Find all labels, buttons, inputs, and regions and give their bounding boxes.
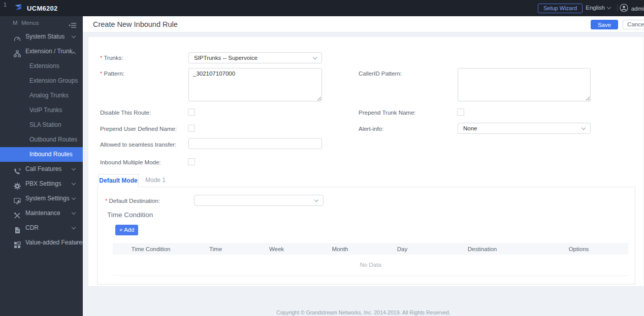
- chevron-down-icon: [72, 210, 76, 215]
- sidebar-item-extension-groups[interactable]: Extension Groups: [0, 74, 83, 88]
- grid-icon: [14, 239, 21, 247]
- sidebar-item-extensions[interactable]: Extensions: [0, 59, 83, 74]
- sidebar-item-maintenance[interactable]: Maintenance: [0, 206, 83, 221]
- topbar-divider: [617, 5, 618, 12]
- brand-name: UCM6202: [27, 5, 58, 12]
- callerid-pattern-label: CallerID Pattern:: [359, 71, 402, 77]
- sidebar-item-pbx-settings[interactable]: PBX Settings: [0, 177, 83, 191]
- page-header: Create New Inbound Rule Save Cancel: [83, 16, 644, 32]
- tab-mode-1[interactable]: Mode 1: [139, 174, 172, 187]
- column-header: Week: [242, 246, 311, 252]
- username: admin: [631, 6, 644, 12]
- chevron-down-icon: [72, 225, 76, 229]
- phone-icon: [14, 166, 21, 173]
- time-condition-heading: Time Condition: [107, 211, 153, 219]
- chevron-down-icon: [72, 196, 76, 200]
- seamless-transfer-input[interactable]: [188, 138, 322, 149]
- avatar-icon: [620, 4, 628, 13]
- add-time-condition-button[interactable]: + Add: [115, 225, 138, 235]
- column-header: Month: [311, 246, 369, 252]
- sidebar-nav: System Status Extension / Trunk Extensio…: [0, 29, 83, 250]
- tab-default-mode[interactable]: Default Mode: [98, 174, 139, 187]
- sidebar-item-cdr[interactable]: CDR: [0, 221, 83, 235]
- column-header: Time: [189, 246, 242, 252]
- trunks-label: *Trunks:: [100, 55, 123, 61]
- sitemap-icon: [14, 48, 21, 55]
- trunks-select-value: SIPTrunks -- Supervoice: [194, 55, 257, 61]
- page-title: Create New Inbound Rule: [93, 20, 178, 28]
- column-header: Options: [529, 246, 628, 252]
- chevron-down-icon: [607, 5, 611, 9]
- save-button[interactable]: Save: [591, 20, 618, 29]
- chevron-down-icon: [72, 181, 76, 185]
- chevron-down-icon: [313, 55, 317, 59]
- sidebar-item-extension-trunk[interactable]: Extension / Trunk: [0, 44, 83, 59]
- monitor-gear-icon: [14, 195, 21, 202]
- chevron-down-icon: [72, 166, 76, 170]
- alert-info-select-value: None: [463, 125, 477, 131]
- menus-label: Menus: [21, 16, 39, 29]
- gauge-icon: [14, 33, 21, 41]
- callerid-pattern-textarea[interactable]: [458, 68, 591, 101]
- sidebar-item-analog-trunks[interactable]: Analog Trunks: [0, 88, 83, 103]
- chevron-down-icon: [582, 126, 586, 130]
- pattern-textarea[interactable]: _302107107000: [188, 68, 322, 101]
- sidebar: M Menus System Status: [0, 16, 83, 316]
- column-header: Day: [369, 246, 435, 252]
- grandstream-logo-icon: [14, 4, 23, 13]
- sidebar-item-outbound-routes[interactable]: Outbound Routes: [0, 132, 83, 147]
- default-destination-select[interactable]: [194, 195, 324, 206]
- language-label: English: [586, 5, 605, 11]
- sidebar-item-system-settings[interactable]: System Settings: [0, 191, 83, 206]
- sidebar-item-voip-trunks[interactable]: VoIP Trunks: [0, 103, 83, 118]
- sidebar-header: M Menus: [0, 16, 83, 29]
- pattern-label: *Pattern:: [100, 71, 124, 77]
- brand: UCM6202: [14, 0, 58, 16]
- time-condition-table-header: Time Condition Time Week Month Day Desti…: [113, 243, 628, 255]
- column-header: Destination: [435, 246, 529, 252]
- column-header: Time Condition: [113, 246, 189, 252]
- main-content: Create New Inbound Rule Save Cancel *Tru…: [83, 16, 644, 316]
- topbar: 1 UCM6202 Setup Wizard English: [0, 0, 644, 16]
- page-indicator: 1: [4, 2, 7, 8]
- inbound-rule-form-card: *Trunks: SIPTrunks -- Supervoice *Patter…: [88, 37, 644, 287]
- ucm-admin-page: 1 UCM6202 Setup Wizard English: [0, 0, 644, 316]
- sidebar-item-value-added-features[interactable]: Value-added Features: [0, 235, 83, 250]
- disable-route-label: Disable This Route:: [100, 110, 151, 116]
- tools-icon: [14, 210, 21, 217]
- sidebar-item-call-features[interactable]: Call Features: [0, 162, 83, 177]
- gear-icon: [14, 181, 21, 188]
- alert-info-select[interactable]: None: [458, 123, 591, 134]
- disable-route-checkbox[interactable]: [188, 109, 195, 116]
- chevron-down-icon: [72, 34, 76, 38]
- language-selector[interactable]: English: [586, 5, 610, 11]
- prepend-user-defined-name-checkbox[interactable]: [188, 125, 195, 132]
- footer-copyright: Copyright © Grandstream Networks, Inc. 2…: [83, 309, 644, 315]
- user-menu[interactable]: admin: [620, 4, 644, 13]
- setup-wizard-button[interactable]: Setup Wizard: [538, 4, 583, 13]
- sidebar-item-sla-station[interactable]: SLA Station: [0, 118, 83, 132]
- prepend-user-defined-name-label: Prepend User Defined Name:: [100, 126, 177, 132]
- prepend-trunk-name-checkbox[interactable]: [457, 109, 464, 116]
- inbound-multiple-mode-checkbox[interactable]: [188, 158, 195, 165]
- sidebar-item-inbound-routes[interactable]: Inbound Routes: [0, 147, 83, 162]
- no-data-text: No Data: [113, 262, 628, 268]
- default-mode-panel: *Default Destination: Time Condition + A…: [97, 187, 635, 285]
- seamless-transfer-label: Allowed to seamless transfer:: [100, 142, 176, 148]
- time-condition-table-body: No Data: [113, 255, 628, 276]
- chevron-down-icon: [314, 198, 318, 202]
- document-icon: [14, 225, 21, 232]
- prepend-trunk-name-label: Prepend Trunk Name:: [359, 110, 416, 116]
- inbound-multiple-mode-label: Inbound Multiple Mode:: [100, 159, 161, 165]
- default-destination-label: *Default Destination:: [105, 198, 160, 204]
- cancel-button[interactable]: Cancel: [623, 20, 644, 29]
- trunks-select[interactable]: SIPTrunks -- Supervoice: [188, 52, 322, 63]
- menus-m-icon: M: [13, 16, 18, 29]
- alert-info-label: Alert-info:: [359, 126, 383, 132]
- sidebar-item-system-status[interactable]: System Status: [0, 29, 83, 44]
- time-condition-table: Time Condition Time Week Month Day Desti…: [113, 243, 628, 276]
